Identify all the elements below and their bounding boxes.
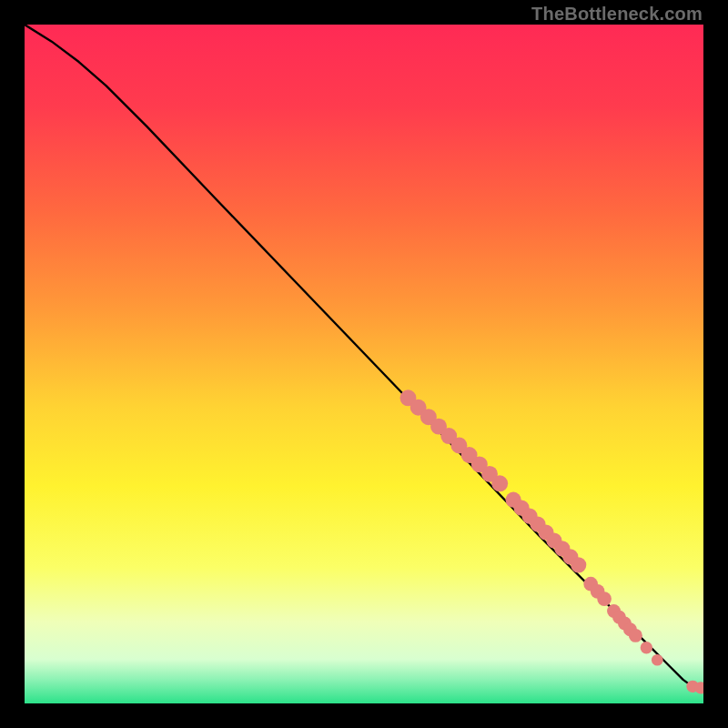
marker-cluster-b: [571, 557, 586, 572]
marker-point-e: [641, 642, 652, 653]
chart-svg: [25, 25, 703, 703]
marker-cluster-d: [629, 629, 642, 642]
marker-point-f: [652, 654, 663, 666]
watermark-text: TheBottleneck.com: [531, 4, 703, 25]
chart-plot-area: [25, 25, 703, 703]
marker-cluster-a: [491, 475, 508, 491]
chart-stage: TheBottleneck.com: [0, 0, 728, 728]
marker-cluster-c: [597, 592, 612, 606]
